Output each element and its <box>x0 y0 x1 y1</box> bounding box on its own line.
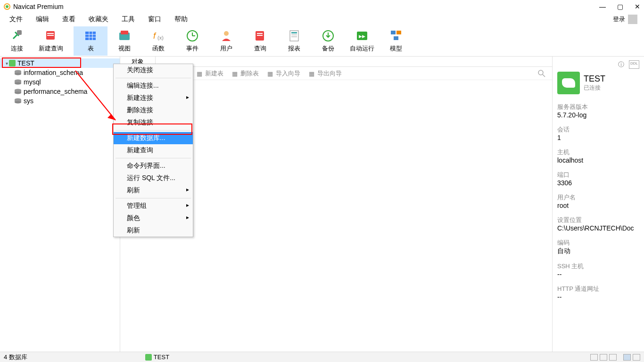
toolbar-backup[interactable]: 备份 <box>311 26 345 56</box>
database-icon <box>14 89 22 94</box>
toolbar-event[interactable]: 事件 <box>175 26 209 56</box>
svg-rect-30 <box>396 31 401 34</box>
svg-rect-25 <box>291 36 297 37</box>
menu-edit[interactable]: 编辑 <box>29 14 56 25</box>
value-host: localhost <box>557 156 639 164</box>
toolbar-report-label: 报表 <box>288 44 300 53</box>
toolbar-table[interactable]: 表 <box>74 26 107 56</box>
menu-command-line[interactable]: 命令列界面... <box>114 160 193 172</box>
tree-db-mysql[interactable]: mysql <box>0 77 120 87</box>
toolbar-view[interactable]: 视图 <box>107 26 141 56</box>
toolbar-new-query[interactable]: 新建查询 <box>34 26 68 56</box>
tree-db-label: information_schema <box>24 69 83 76</box>
status-connection: TEST <box>145 354 169 361</box>
toolbar-function[interactable]: f(x) 函数 <box>141 26 175 56</box>
tree-connection-test[interactable]: ▾ TEST <box>0 58 120 68</box>
menu-file[interactable]: 文件 <box>3 14 29 25</box>
sidebar: ▾ TEST information_schema mysql performa… <box>0 57 120 352</box>
menu-help[interactable]: 帮助 <box>168 14 194 25</box>
app-title: Navicat Premium <box>13 3 64 10</box>
action-delete-table[interactable]: ▦删除表 <box>229 68 262 79</box>
value-ssh: -- <box>557 271 639 278</box>
ddl-icon[interactable]: DDL <box>629 60 639 69</box>
menu-new-database[interactable]: 新建数据库... <box>114 132 193 144</box>
plug-icon <box>10 29 24 42</box>
menu-close-connection[interactable]: 关闭连接 <box>114 64 193 76</box>
login-label: 登录 <box>613 15 625 24</box>
chevron-right-icon: ▸ <box>186 94 189 100</box>
label-settings-path: 设置位置 <box>557 216 639 224</box>
tree-db-label: performance_schema <box>24 88 87 95</box>
toolbar-model[interactable]: 模型 <box>379 26 413 56</box>
toolbar-event-label: 事件 <box>186 44 198 53</box>
backup-icon <box>322 29 335 42</box>
menu-color[interactable]: 颜色▸ <box>114 212 193 224</box>
tree-db-label: mysql <box>24 78 41 86</box>
menu-new-connection[interactable]: 新建连接▸ <box>114 92 193 104</box>
label-port: 端口 <box>557 171 639 179</box>
chevron-down-icon: ▾ <box>6 61 8 66</box>
toolbar-backup-label: 备份 <box>322 44 334 53</box>
toolbar-connect[interactable]: 连接 <box>0 26 34 56</box>
svg-point-1 <box>6 5 8 8</box>
svg-rect-5 <box>47 35 54 36</box>
svg-rect-24 <box>291 34 297 35</box>
menu-refresh-2[interactable]: 刷新 <box>114 224 193 237</box>
menu-window[interactable]: 窗口 <box>141 14 168 25</box>
action-new-table[interactable]: ▦新建表 <box>194 68 226 79</box>
tree-connection-label: TEST <box>17 59 34 67</box>
tree-db-information-schema[interactable]: information_schema <box>0 68 120 77</box>
menu-view[interactable]: 查看 <box>56 14 82 25</box>
new-table-icon: ▦ <box>197 70 203 77</box>
tree-db-sys[interactable]: sys <box>0 96 120 106</box>
query-icon <box>254 29 267 42</box>
menu-refresh[interactable]: 刷新▸ <box>114 184 193 197</box>
model-icon <box>389 29 403 42</box>
action-import[interactable]: ▦导入向导 <box>264 68 303 79</box>
view-detail-icon[interactable] <box>609 354 617 361</box>
toolbar-user-label: 用户 <box>220 44 232 53</box>
database-icon <box>14 79 22 85</box>
label-user: 用户名 <box>557 193 639 202</box>
menu-favorites[interactable]: 收藏夹 <box>82 14 115 25</box>
value-server-version: 5.7.20-log <box>557 111 639 119</box>
toolbar-query[interactable]: 查询 <box>243 26 277 56</box>
svg-text:f: f <box>153 31 157 41</box>
value-user: root <box>557 202 639 209</box>
menu-new-query[interactable]: 新建查询 <box>114 144 193 156</box>
view-layout2-icon[interactable] <box>633 354 640 361</box>
menu-tools[interactable]: 工具 <box>115 14 141 25</box>
titlebar: Navicat Premium ― ▢ ✕ <box>0 0 644 13</box>
view-grid-icon[interactable] <box>590 354 598 361</box>
value-port: 3306 <box>557 179 639 187</box>
view-layout1-icon[interactable] <box>623 354 631 361</box>
menu-copy-connection[interactable]: 复制连接... <box>114 116 193 129</box>
info-icon[interactable]: ⓘ <box>618 60 624 69</box>
toolbar-report[interactable]: 报表 <box>277 26 311 56</box>
action-export[interactable]: ▦导出向导 <box>306 68 345 79</box>
main-area: ▾ TEST information_schema mysql performa… <box>0 57 644 352</box>
toolbar-user[interactable]: 用户 <box>209 26 243 56</box>
search-icon[interactable] <box>538 70 545 77</box>
database-icon <box>14 70 22 75</box>
svg-text:▶▶: ▶▶ <box>359 34 365 39</box>
svg-text:(x): (x) <box>157 35 164 41</box>
menu-delete-connection[interactable]: 删除连接 <box>114 104 193 116</box>
tree-db-performance-schema[interactable]: performance_schema <box>0 87 120 96</box>
toolbar-connect-label: 连接 <box>11 44 23 53</box>
svg-rect-6 <box>85 32 96 40</box>
menubar: 文件 编辑 查看 收藏夹 工具 窗口 帮助 登录 <box>0 13 644 25</box>
menu-run-sql-file[interactable]: 运行 SQL 文件... <box>114 172 193 184</box>
menu-manage-group[interactable]: 管理组▸ <box>114 200 193 212</box>
minimize-icon[interactable]: ― <box>599 3 606 10</box>
close-icon[interactable]: ✕ <box>635 3 640 10</box>
svg-point-40 <box>15 92 21 94</box>
menu-edit-connection[interactable]: 编辑连接... <box>114 80 193 92</box>
maximize-icon[interactable]: ▢ <box>617 3 623 10</box>
toolbar-autorun[interactable]: ▶▶ 自动运行 <box>345 26 379 56</box>
svg-rect-4 <box>47 33 54 34</box>
view-list-icon[interactable] <box>600 354 607 361</box>
login-area[interactable]: 登录 <box>613 15 641 24</box>
toolbar-query-label: 查询 <box>254 44 266 53</box>
event-icon <box>186 29 199 42</box>
